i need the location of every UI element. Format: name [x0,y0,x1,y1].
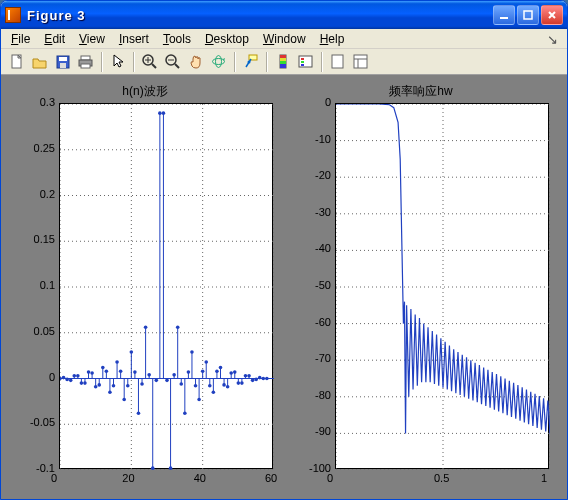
svg-point-66 [90,371,94,375]
svg-point-56 [72,374,76,378]
svg-point-150 [240,381,244,385]
svg-point-116 [179,382,183,386]
svg-point-146 [233,370,237,374]
data-cursor-icon[interactable] [239,51,262,73]
ytick-label: 0.3 [15,96,55,108]
svg-rect-5 [60,63,66,68]
menu-desktop[interactable]: Desktop [199,31,255,47]
minimize-button[interactable] [493,5,515,25]
axes-2[interactable]: 频率响应hw 00.51-100-90-80-70-60-50-40-30-20… [283,81,559,493]
menu-help[interactable]: Help [314,31,351,47]
menu-insert[interactable]: Insert [113,31,155,47]
svg-point-20 [248,61,251,64]
maximize-button[interactable] [517,5,539,25]
svg-point-156 [251,379,255,383]
svg-point-130 [204,360,208,364]
svg-point-82 [119,369,123,373]
svg-point-134 [212,390,216,394]
svg-point-78 [112,384,116,388]
svg-rect-26 [299,56,312,67]
svg-point-104 [158,111,162,115]
svg-point-92 [137,411,141,415]
svg-point-17 [216,56,222,68]
svg-line-10 [152,64,156,68]
svg-point-126 [197,398,201,402]
legend-icon[interactable] [294,51,317,73]
menu-window[interactable]: Window [257,31,312,47]
toolbar [1,49,567,75]
svg-point-128 [201,369,205,373]
zoom-out-icon[interactable] [161,51,184,73]
print-icon[interactable] [74,51,97,73]
open-icon[interactable] [28,51,51,73]
svg-rect-8 [81,64,90,68]
svg-point-154 [247,374,251,378]
svg-rect-0 [500,17,508,19]
svg-point-70 [97,383,101,387]
xtick-label: 40 [194,472,206,484]
ytick-label: -30 [291,206,331,218]
svg-point-96 [144,325,148,329]
ytick-label: -60 [291,316,331,328]
svg-point-142 [226,385,230,389]
svg-point-84 [122,398,126,402]
svg-point-64 [87,370,91,374]
close-button[interactable] [541,5,563,25]
axes-2-box[interactable] [335,103,549,469]
figure-window: Figure 3 File Edit View Insert Tools Des… [0,0,568,500]
menu-edit[interactable]: Edit [38,31,71,47]
ytick-label: -40 [291,242,331,254]
svg-point-140 [222,383,226,387]
svg-point-72 [101,366,105,370]
svg-point-152 [244,374,248,378]
ytick-label: 0.15 [15,233,55,245]
ytick-label: -80 [291,389,331,401]
svg-rect-23 [280,58,286,61]
zoom-in-icon[interactable] [138,51,161,73]
axes-1-box[interactable] [59,103,273,469]
svg-rect-1 [524,11,532,19]
ytick-label: -90 [291,425,331,437]
svg-rect-31 [354,55,367,68]
ytick-label: -0.05 [15,416,55,428]
ytick-label: 0.2 [15,188,55,200]
svg-point-76 [108,390,112,394]
colorbar-icon[interactable] [271,51,294,73]
svg-point-60 [80,381,84,385]
ytick-label: -20 [291,169,331,181]
svg-point-102 [155,379,159,383]
svg-point-138 [219,366,223,370]
menu-tools[interactable]: Tools [157,31,197,47]
xtick-label: 20 [122,472,134,484]
svg-rect-22 [280,55,286,58]
ytick-label: 0 [15,371,55,383]
svg-point-118 [183,411,187,415]
pointer-icon[interactable] [106,51,129,73]
figure-canvas[interactable]: h(n)波形 0204060-0.1-0.0500.050.10.150.20.… [1,75,567,499]
menu-view[interactable]: View [73,31,111,47]
ytick-label: 0.1 [15,279,55,291]
svg-point-62 [83,381,87,385]
svg-point-106 [162,111,166,115]
new-file-icon[interactable] [5,51,28,73]
svg-rect-30 [332,55,343,68]
save-icon[interactable] [51,51,74,73]
xtick-label: 1 [541,472,547,484]
svg-point-108 [165,379,169,383]
svg-point-136 [215,369,219,373]
axes-1[interactable]: h(n)波形 0204060-0.1-0.0500.050.10.150.20.… [7,81,283,493]
svg-point-74 [105,369,109,373]
ytick-label: 0 [291,96,331,108]
rotate3d-icon[interactable] [207,51,230,73]
pan-icon[interactable] [184,51,207,73]
show-tools-icon[interactable] [349,51,372,73]
ytick-label: -100 [291,462,331,474]
menu-file[interactable]: File [5,31,36,47]
ytick-label: -10 [291,133,331,145]
svg-point-54 [69,379,73,383]
dock-icon[interactable]: ↘ [547,32,563,46]
svg-point-16 [213,59,225,65]
titlebar[interactable]: Figure 3 [1,1,567,29]
hide-tools-icon[interactable] [326,51,349,73]
svg-point-144 [229,371,233,375]
